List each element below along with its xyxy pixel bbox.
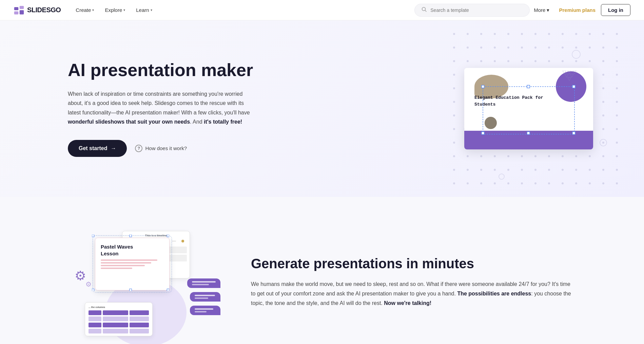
question-icon: ? <box>135 145 142 152</box>
svg-point-10 <box>507 33 509 35</box>
svg-point-15 <box>575 33 577 35</box>
svg-point-154 <box>521 182 523 184</box>
section2-content: Generate presentations in minutes We hum… <box>251 256 576 308</box>
nav-learn[interactable]: Learn ▾ <box>132 5 156 15</box>
svg-rect-182 <box>92 289 94 291</box>
svg-rect-180 <box>130 235 132 237</box>
how-it-works-button[interactable]: ? How does it work? <box>135 145 187 152</box>
search-icon <box>422 7 427 14</box>
svg-point-151 <box>480 182 482 184</box>
svg-point-9 <box>494 33 496 35</box>
hero-actions: Get started → ? How does it work? <box>68 140 258 157</box>
svg-rect-172 <box>483 87 574 134</box>
main-presentation-card: Pastel Waves Lesson <box>95 238 170 290</box>
slide-inner: Elegant Education Pack forStudents <box>464 68 593 149</box>
hero-content: AI presentation maker When lack of inspi… <box>68 60 258 157</box>
svg-rect-178 <box>527 132 530 134</box>
svg-point-158 <box>575 182 577 184</box>
nav-create[interactable]: Create ▾ <box>72 5 98 15</box>
hero-desc-bold1: wonderful slideshows that suit your own … <box>68 119 190 125</box>
search-input[interactable] <box>430 7 523 13</box>
logo-icon <box>14 5 24 16</box>
svg-rect-175 <box>572 85 575 88</box>
section2-description: We humans make the world move, but we ne… <box>251 279 576 308</box>
svg-point-14 <box>562 33 564 35</box>
svg-point-17 <box>602 33 604 35</box>
hero-desc-text2: . And <box>190 119 204 125</box>
svg-rect-176 <box>482 132 484 134</box>
svg-point-12 <box>534 33 536 35</box>
chat-bubble-2 <box>190 292 220 302</box>
section2-title: Generate presentations in minutes <box>251 256 576 271</box>
hero-desc-text1: When lack of inspiration or time constra… <box>68 91 250 115</box>
small-gear-icon: ⚙ <box>85 280 92 288</box>
svg-point-157 <box>562 182 564 184</box>
premium-plans-link[interactable]: Premium plans <box>559 7 596 13</box>
svg-rect-181 <box>167 235 169 237</box>
svg-point-13 <box>548 33 550 35</box>
slide-preview: Elegant Education Pack forStudents <box>464 68 593 149</box>
svg-point-149 <box>453 182 455 184</box>
explore-chevron-icon: ▾ <box>123 8 125 12</box>
svg-point-8 <box>480 33 482 35</box>
navbar: SLIDESGO Create ▾ Explore ▾ Learn ▾ More… <box>0 0 644 20</box>
svg-rect-3 <box>20 10 24 14</box>
svg-point-156 <box>548 182 550 184</box>
svg-point-18 <box>616 33 618 35</box>
logo[interactable]: SLIDESGO <box>14 5 61 16</box>
svg-rect-2 <box>14 11 18 14</box>
get-started-label: Get started <box>79 145 107 151</box>
svg-point-16 <box>589 33 591 35</box>
svg-point-155 <box>534 182 536 184</box>
gear-icon-decoration: ⚙ <box>75 268 86 283</box>
svg-point-153 <box>507 182 509 184</box>
hero-description: When lack of inspiration or time constra… <box>68 89 258 126</box>
svg-point-161 <box>616 182 618 184</box>
svg-rect-174 <box>527 85 530 88</box>
svg-point-6 <box>453 33 455 35</box>
svg-point-11 <box>521 33 523 35</box>
chat-bubble-3 <box>190 306 220 315</box>
svg-rect-177 <box>572 132 575 134</box>
svg-rect-184 <box>167 289 169 291</box>
selection-handles <box>464 68 593 149</box>
create-chevron-icon: ▾ <box>92 8 94 12</box>
arrow-right-icon: → <box>111 145 116 151</box>
more-chevron-icon: ▾ <box>547 7 549 13</box>
brand-name: SLIDESGO <box>27 6 61 14</box>
login-button[interactable]: Log in <box>601 4 630 16</box>
learn-chevron-icon: ▾ <box>151 8 152 12</box>
columns-card: ... the columns <box>85 302 153 336</box>
svg-rect-0 <box>14 7 18 10</box>
chat-bubble-1 <box>187 278 220 288</box>
svg-rect-183 <box>130 289 132 291</box>
svg-rect-173 <box>482 85 484 88</box>
section2-desc-bold1: The possibilities are endless <box>457 291 531 296</box>
get-started-button[interactable]: Get started → <box>68 140 127 157</box>
more-button[interactable]: More ▾ <box>530 5 553 15</box>
search-bar[interactable] <box>414 4 530 17</box>
svg-point-7 <box>467 33 469 35</box>
how-it-works-label: How does it work? <box>145 145 187 151</box>
hero-title: AI presentation maker <box>68 60 258 80</box>
svg-rect-1 <box>20 6 24 9</box>
hero-visual: Elegant Education Pack forStudents <box>441 41 617 177</box>
svg-point-152 <box>494 182 496 184</box>
hero-section: AI presentation maker When lack of inspi… <box>0 20 644 197</box>
section2-desc-bold2: Now we're talking! <box>384 300 431 306</box>
hero-desc-bold2: it's totally free! <box>204 119 242 125</box>
svg-point-159 <box>589 182 591 184</box>
section2: ⚙ ⚙ Pastel Waves Lesson <box>0 197 644 344</box>
section2-visual: ⚙ ⚙ Pastel Waves Lesson <box>68 224 224 340</box>
nav-links: Create ▾ Explore ▾ Learn ▾ <box>72 5 414 15</box>
svg-line-5 <box>425 10 427 12</box>
svg-rect-179 <box>92 235 94 237</box>
nav-right: More ▾ Premium plans Log in <box>530 4 630 16</box>
svg-point-150 <box>467 182 469 184</box>
nav-explore[interactable]: Explore ▾ <box>101 5 129 15</box>
svg-point-160 <box>602 182 604 184</box>
